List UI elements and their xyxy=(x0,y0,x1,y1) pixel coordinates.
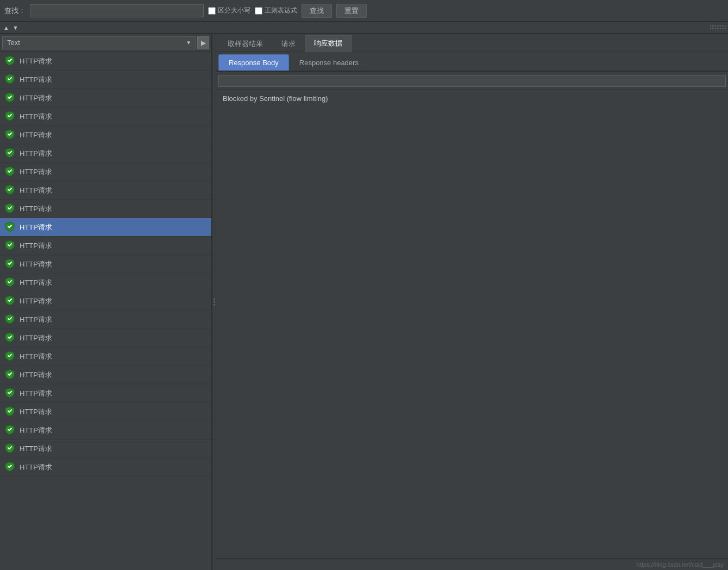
list-item[interactable]: HTTP请求 xyxy=(0,237,211,255)
item-label: HTTP请求 xyxy=(20,241,52,251)
list-item[interactable]: HTTP请求 xyxy=(0,89,211,107)
item-label: HTTP请求 xyxy=(20,333,52,343)
list-item[interactable]: HTTP请求 xyxy=(0,347,211,366)
tab-top-0[interactable]: 取样器结果 xyxy=(218,35,272,52)
list-item[interactable]: HTTP请求 xyxy=(0,421,211,440)
item-label: HTTP请求 xyxy=(20,149,52,159)
content-search-row xyxy=(216,72,728,90)
tab-second-0[interactable]: Response Body xyxy=(218,54,289,71)
tab-top-2[interactable]: 响应数据 xyxy=(305,35,352,52)
shield-icon xyxy=(4,350,15,363)
shield-icon xyxy=(4,332,15,344)
item-label: HTTP请求 xyxy=(20,204,52,214)
tab-second-1[interactable]: Response headers xyxy=(289,54,369,71)
type-dropdown[interactable]: Text ▼ xyxy=(2,36,196,49)
shield-icon xyxy=(4,73,15,86)
regex-label: 正则表达式 xyxy=(265,6,297,15)
shield-icon xyxy=(4,406,15,418)
reset-button[interactable]: 重置 xyxy=(336,4,367,18)
shield-icon xyxy=(4,258,15,270)
list-item[interactable]: HTTP请求 xyxy=(0,440,211,458)
item-label: HTTP请求 xyxy=(20,389,52,398)
list-item[interactable]: HTTP请求 xyxy=(0,218,211,237)
shield-icon xyxy=(4,221,15,233)
status-bar: https://blog.csdn.net/cold___play xyxy=(216,558,728,570)
dropdown-value: Text xyxy=(7,39,20,47)
find-button[interactable]: 查找 xyxy=(302,4,332,18)
request-list[interactable]: HTTP请求 HTTP请求 HTTP请求 HTTP请求 HTTP请求 HTTP请… xyxy=(0,52,211,570)
shield-icon xyxy=(4,313,15,326)
item-label: HTTP请求 xyxy=(20,370,52,380)
list-item[interactable]: HTTP请求 xyxy=(0,384,211,403)
item-label: HTTP请求 xyxy=(20,93,52,103)
shield-icon xyxy=(4,129,15,141)
shield-icon xyxy=(4,184,15,197)
shield-icon xyxy=(4,55,15,67)
left-panel: Text ▼ ▶ HTTP请求 HTTP请求 HTTP请求 HTTP请求 HTT… xyxy=(0,34,212,570)
shield-icon xyxy=(4,387,15,400)
splitter-dot xyxy=(214,301,215,303)
item-label: HTTP请求 xyxy=(20,352,52,362)
second-tab-bar: Response BodyResponse headers xyxy=(216,52,728,72)
splitter-dot xyxy=(214,304,215,306)
list-item[interactable]: HTTP请求 xyxy=(0,126,211,144)
list-item[interactable]: HTTP请求 xyxy=(0,274,211,292)
shield-icon xyxy=(4,461,15,473)
content-search-input[interactable] xyxy=(218,75,726,87)
list-item[interactable]: HTTP请求 xyxy=(0,458,211,477)
sort-bar: ▲ ▼ ⠿⠿⠿⠿⠿ xyxy=(0,22,728,34)
shield-icon xyxy=(4,110,15,123)
item-label: HTTP请求 xyxy=(20,426,52,435)
list-item[interactable]: HTTP请求 xyxy=(0,71,211,89)
expand-button[interactable]: ▶ xyxy=(197,36,209,49)
content-area: Blocked by Sentinel (flow limiting) xyxy=(216,72,728,558)
search-label: 查找： xyxy=(4,6,26,16)
status-url: https://blog.csdn.net/cold___play xyxy=(637,561,724,568)
main-layout: Text ▼ ▶ HTTP请求 HTTP请求 HTTP请求 HTTP请求 HTT… xyxy=(0,34,728,570)
item-label: HTTP请求 xyxy=(20,223,52,232)
chevron-down-icon: ▼ xyxy=(186,40,191,46)
search-input[interactable] xyxy=(30,4,204,17)
list-item[interactable]: HTTP请求 xyxy=(0,181,211,200)
tab-top-1[interactable]: 请求 xyxy=(272,35,305,52)
splitter-dot xyxy=(214,299,215,300)
shield-icon xyxy=(4,369,15,381)
shield-icon xyxy=(4,166,15,178)
list-item[interactable]: HTTP请求 xyxy=(0,329,211,347)
regex-group: 正则表达式 xyxy=(255,6,297,15)
search-bar: 查找： 区分大小写 正则表达式 查找 重置 xyxy=(0,0,728,22)
case-sensitive-checkbox[interactable] xyxy=(208,7,216,15)
list-item[interactable]: HTTP请求 xyxy=(0,52,211,71)
list-item[interactable]: HTTP请求 xyxy=(0,366,211,384)
sort-up-icon[interactable]: ▲ xyxy=(2,24,10,31)
shield-icon xyxy=(4,239,15,252)
item-label: HTTP请求 xyxy=(20,186,52,195)
list-item[interactable]: HTTP请求 xyxy=(0,144,211,163)
item-label: HTTP请求 xyxy=(20,444,52,454)
regex-checkbox[interactable] xyxy=(255,7,262,15)
right-panel: 取样器结果请求响应数据 Response BodyResponse header… xyxy=(216,34,728,570)
list-item[interactable]: HTTP请求 xyxy=(0,292,211,311)
list-item[interactable]: HTTP请求 xyxy=(0,255,211,274)
response-text: Blocked by Sentinel (flow limiting) xyxy=(223,94,328,103)
item-label: HTTP请求 xyxy=(20,167,52,177)
item-label: HTTP请求 xyxy=(20,56,52,66)
sort-down-icon[interactable]: ▼ xyxy=(11,24,20,31)
list-item[interactable]: HTTP请求 xyxy=(0,311,211,329)
list-item[interactable]: HTTP请求 xyxy=(0,200,211,218)
response-content: Blocked by Sentinel (flow limiting) xyxy=(216,90,728,558)
list-item[interactable]: HTTP请求 xyxy=(0,403,211,421)
dropdown-selector: Text ▼ ▶ xyxy=(0,34,211,52)
item-label: HTTP请求 xyxy=(20,315,52,325)
shield-icon xyxy=(4,92,15,104)
shield-icon xyxy=(4,202,15,215)
item-label: HTTP请求 xyxy=(20,75,52,85)
item-label: HTTP请求 xyxy=(20,278,52,288)
case-sensitive-label: 区分大小写 xyxy=(218,6,250,15)
list-item[interactable]: HTTP请求 xyxy=(0,163,211,181)
list-item[interactable]: HTTP请求 xyxy=(0,107,211,126)
shield-icon xyxy=(4,424,15,436)
vertical-splitter[interactable] xyxy=(212,34,216,570)
sort-dots: ⠿⠿⠿⠿⠿ xyxy=(710,24,726,30)
item-label: HTTP请求 xyxy=(20,259,52,269)
